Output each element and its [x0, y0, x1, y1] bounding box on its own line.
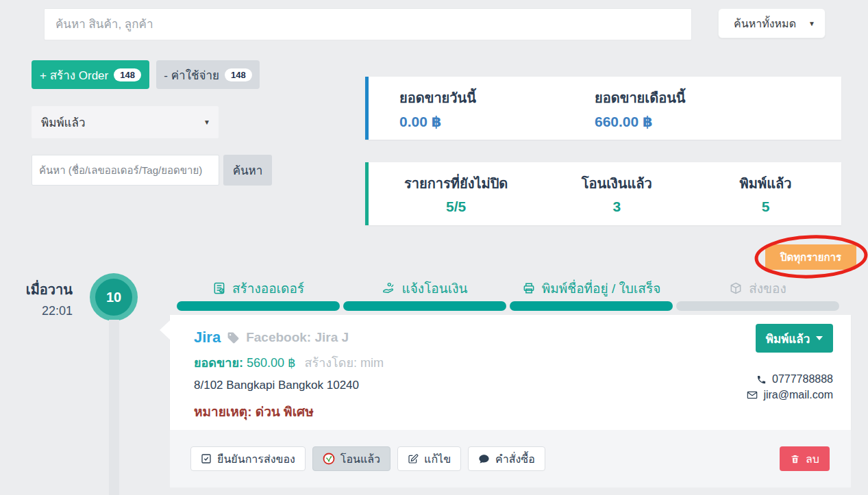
order-search-button[interactable]: ค้นหา	[223, 155, 272, 186]
sales-month-value: 660.00 ฿	[595, 114, 686, 130]
expense-button[interactable]: - ค่าใช้จ่าย 148	[156, 60, 260, 89]
timeline-time: 22:01	[0, 304, 73, 318]
timeline-vertical-line	[109, 320, 119, 495]
purchase-order-button[interactable]: คำสั่งซื้อ	[468, 446, 545, 471]
printer-icon	[522, 281, 536, 295]
sales-today-value: 0.00 ฿	[399, 114, 595, 130]
open-items-value: 5/5	[369, 199, 543, 215]
open-items-label: รายการที่ยังไม่ปิด	[369, 173, 543, 194]
chevron-down-icon: ▼	[808, 20, 815, 27]
customer-email: jira@mail.com	[763, 389, 833, 401]
customer-address: 8/102 Bangkapi Bangkok 10240	[194, 379, 833, 392]
printed-label: พิมพ์แล้ว	[690, 173, 841, 194]
order-search-input[interactable]	[32, 155, 219, 186]
transferred-label: โอนเงินแล้ว	[543, 173, 690, 194]
note-value: ด่วน พิเศษ	[256, 405, 314, 419]
step-ship: ส่งของ	[676, 278, 839, 311]
step-progress-bar	[177, 301, 340, 311]
expense-count-badge: 148	[225, 68, 252, 81]
package-icon	[729, 281, 743, 295]
create-order-button[interactable]: + สร้าง Order 148	[32, 60, 149, 89]
search-scope-value: ค้นหาทั้งหมด	[734, 15, 796, 32]
trash-icon	[790, 454, 800, 464]
status-summary-panel: รายการที่ยังไม่ปิด 5/5 โอนเงินแล้ว 3 พิม…	[365, 162, 841, 225]
sales-today-label: ยอดขายวันนี้	[399, 87, 595, 109]
sales-month-label: ยอดขายเดือนนี้	[595, 87, 686, 109]
customer-name: Jira	[194, 329, 221, 346]
transferred-value: 3	[543, 199, 690, 215]
create-order-count-badge: 148	[114, 68, 141, 81]
phone-icon	[756, 375, 767, 385]
chevron-down-icon: ▼	[203, 118, 210, 126]
created-by-label: สร้างโดย:	[305, 356, 357, 370]
create-order-icon	[212, 281, 226, 295]
search-scope-select[interactable]: ค้นหาทั้งหมด ▼	[718, 8, 826, 38]
order-management-page: ค้นหาทั้งหมด ▼ + สร้าง Order 148 - ค่าใช…	[0, 0, 868, 495]
step-create-order: สร้างออเดอร์	[177, 278, 340, 311]
order-card: Jira Facebook: Jira J ยอดขาย: 560.00 ฿ ส…	[170, 315, 851, 487]
confirm-shipping-button[interactable]: ยืนยันการส่งของ	[190, 446, 306, 471]
step-notify-transfer: แจ้งโอนเงิน	[343, 278, 506, 311]
step-progress-bar	[343, 301, 506, 311]
timeline-group-label: เมื่อวาน 22:01	[0, 279, 73, 318]
timeline-count-badge: 10	[90, 273, 138, 321]
sales-summary-panel: ยอดขายวันนี้ 0.00 ฿ ยอดขายเดือนนี้ 660.0…	[365, 77, 841, 140]
search-input[interactable]	[44, 8, 692, 40]
order-progress-steps: สร้างออเดอร์ แจ้งโอนเงิน พิมพ์ชื่อที่อยู…	[177, 278, 839, 311]
card-pointer-arrow	[160, 320, 170, 340]
step-progress-bar	[510, 301, 673, 311]
customer-email-row: jira@mail.com	[747, 389, 833, 401]
bank-sprout-icon	[323, 453, 335, 465]
created-by-value: mim	[360, 356, 384, 370]
edit-button[interactable]: แก้ไข	[397, 446, 461, 471]
transferred-button[interactable]: โอนแล้ว	[312, 446, 390, 471]
create-order-label: + สร้าง Order	[40, 66, 108, 84]
chat-bubble-icon	[478, 453, 490, 465]
customer-tag: Facebook: Jira J	[246, 330, 349, 345]
customer-phone: 0777788888	[772, 373, 833, 385]
chevron-down-icon	[816, 336, 823, 340]
expense-label: - ค่าใช้จ่าย	[164, 66, 219, 84]
edit-pencil-icon	[408, 453, 419, 464]
check-square-icon	[201, 453, 212, 464]
mail-icon	[747, 390, 758, 401]
timeline-day: เมื่อวาน	[0, 279, 73, 301]
status-filter-select[interactable]: พิมพ์แล้ว ▼	[32, 106, 219, 138]
tag-icon	[227, 331, 240, 344]
note-label: หมายเหตุ:	[194, 405, 252, 419]
delete-button[interactable]: ลบ	[780, 446, 830, 471]
customer-phone-row: 0777788888	[747, 373, 833, 385]
order-card-footer: ยืนยันการส่งของ โอนแล้ว แก้ไข คำสั่งซื้อ	[170, 430, 851, 487]
transfer-money-icon	[382, 281, 395, 295]
printed-value: 5	[690, 199, 841, 215]
sales-label: ยอดขาย:	[194, 356, 243, 370]
step-progress-bar	[676, 301, 839, 311]
order-status-dropdown-button[interactable]: พิมพ์แล้ว	[756, 324, 833, 353]
step-print-address: พิมพ์ชื่อที่อยู่ / ใบเสร็จ	[510, 278, 673, 311]
close-all-button[interactable]: ปิดทุกรายการ	[765, 244, 856, 270]
status-filter-value: พิมพ์แล้ว	[41, 113, 86, 131]
sales-value: 560.00 ฿	[247, 356, 296, 370]
